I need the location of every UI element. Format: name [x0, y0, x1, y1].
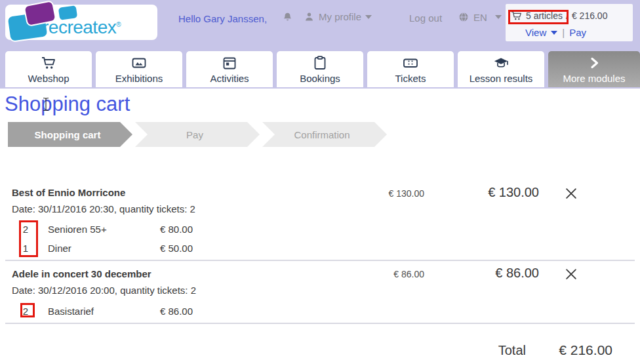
my-profile-menu[interactable]: My profile — [304, 11, 372, 22]
tariff-line: 2 Basistarief € 86.00 — [13, 306, 193, 317]
chevron-down-icon — [365, 15, 372, 19]
user-greeting: Hello Gary Janssen, — [178, 13, 267, 24]
checkout-steps: Shopping cart Pay Confirmation — [8, 122, 387, 147]
cart-pay-button[interactable]: Pay — [569, 27, 586, 38]
tariff-label: Diner — [38, 243, 160, 254]
step-confirmation[interactable]: Confirmation — [262, 122, 387, 147]
logout-button[interactable]: Log out — [409, 12, 442, 24]
item-divider — [5, 260, 635, 261]
graduation-cap-icon — [493, 55, 509, 71]
cart-amount: € 216.00 — [572, 10, 608, 21]
item-line-total: € 130.00 — [459, 185, 539, 200]
logo-wordmark: recreatex® — [43, 17, 121, 38]
item-name: Best of Ennio Morricone — [12, 187, 125, 198]
bell-icon — [282, 12, 293, 23]
tab-label: Activities — [210, 73, 249, 84]
cart-total-amount: € 216.00 — [531, 342, 612, 358]
logout-label: Log out — [409, 12, 442, 24]
registered-mark: ® — [116, 21, 121, 28]
step-pay[interactable]: Pay — [135, 122, 260, 147]
ticket-icon — [403, 55, 418, 71]
tariff-price: € 86.00 — [160, 306, 193, 317]
person-icon — [304, 11, 315, 22]
tab-activities[interactable]: Activities — [186, 51, 273, 87]
item-details: Date: 30/11/2016 20:30, quantity tickets… — [12, 203, 195, 214]
tab-exhibitions[interactable]: Exhibitions — [96, 51, 182, 87]
tariff-price: € 50.00 — [160, 243, 193, 254]
step-shopping-cart[interactable]: Shopping cart — [8, 122, 132, 147]
tab-label: More modules — [563, 73, 625, 84]
page-title: Shopping cart — [5, 92, 130, 116]
chevron-right-icon — [586, 55, 602, 71]
cart-summary-box: 5 articles / € 216.00 View | Pay — [506, 4, 633, 41]
annotation-box-item2-quantity — [20, 303, 35, 317]
tab-label: Tickets — [395, 73, 426, 84]
annotation-box-cart-articles — [508, 10, 569, 24]
calendar-icon — [222, 55, 237, 71]
tariff-line: 1 Diner € 50.00 — [13, 243, 193, 254]
item-name: Adele in concert 30 december — [12, 268, 151, 279]
item-divider — [5, 323, 635, 324]
tab-label: Bookings — [300, 73, 340, 84]
language-label: EN — [473, 12, 487, 23]
clipboard-icon — [312, 55, 328, 71]
annotation-box-item1-quantities — [19, 220, 38, 257]
view-pay-divider: | — [562, 27, 565, 38]
item-details: Date: 30/12/2016 20:00, quantity tickets… — [12, 285, 196, 296]
remove-item-icon[interactable] — [564, 267, 578, 281]
remove-item-icon[interactable] — [564, 186, 578, 201]
my-profile-label: My profile — [319, 11, 361, 22]
module-tabs: Webshop Exhibitions Activities Bookings … — [5, 51, 640, 87]
cart-total-label: Total — [447, 343, 526, 358]
tariff-price: € 80.00 — [160, 224, 193, 235]
tab-more-modules[interactable]: More modules — [548, 51, 640, 87]
tab-label: Lesson results — [470, 73, 533, 84]
chevron-down-icon — [495, 15, 502, 19]
language-selector[interactable]: EN — [458, 11, 502, 23]
globe-icon — [458, 11, 470, 23]
webshop-page: recreatex® Hello Gary Janssen, My profil… — [0, 0, 640, 364]
tab-label: Exhibitions — [115, 73, 163, 84]
tariff-label: Senioren 55+ — [38, 224, 160, 235]
chevron-down-icon[interactable] — [551, 31, 557, 35]
item-unit-price: € 86.00 — [348, 269, 424, 279]
text-cursor — [42, 97, 50, 111]
tab-label: Webshop — [28, 73, 69, 84]
item-line-total: € 86.00 — [459, 266, 539, 281]
tariff-line: 2 Senioren 55+ € 80.00 — [13, 224, 193, 235]
image-icon — [131, 55, 147, 71]
tab-bookings[interactable]: Bookings — [277, 51, 363, 87]
notifications-button[interactable] — [282, 12, 293, 23]
item-unit-price: € 130.00 — [348, 188, 424, 199]
tab-tickets[interactable]: Tickets — [367, 51, 454, 87]
cart-view-button[interactable]: View — [525, 27, 546, 38]
tariff-label: Basistarief — [38, 306, 160, 317]
tab-lesson-results[interactable]: Lesson results — [458, 51, 544, 87]
recreatex-logo[interactable]: recreatex® — [5, 5, 157, 40]
cart-icon — [41, 55, 56, 71]
tab-webshop[interactable]: Webshop — [5, 51, 92, 87]
